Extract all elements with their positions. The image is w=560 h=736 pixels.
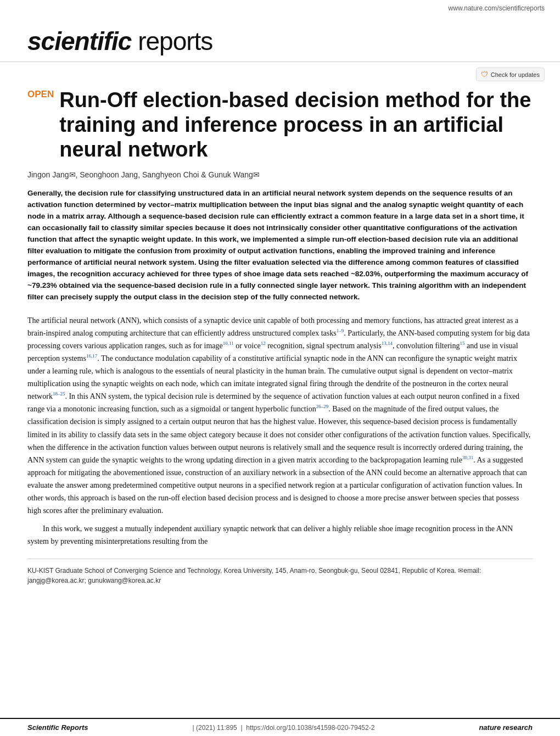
open-access-badge: OPEN <box>27 89 54 100</box>
content-area: OPEN Run-Off election-based decision met… <box>0 83 560 596</box>
check-updates-section: 🛡 Check for updates <box>0 62 560 83</box>
title-section: OPEN Run-Off election-based decision met… <box>27 83 533 170</box>
check-updates-label: Check for updates <box>491 71 540 78</box>
logo-reports: reports <box>138 27 212 55</box>
body-paragraph-2: In this work, we suggest a mutually inde… <box>27 522 533 548</box>
affiliation-text: KU-KIST Graduate School of Converging Sc… <box>27 567 481 584</box>
shield-icon: 🛡 <box>481 70 488 79</box>
footer-journal-name: Scientific Reports <box>27 723 88 732</box>
article-title: Run-Off election-based decision method f… <box>59 88 533 161</box>
abstract: Generally, the decision rule for classif… <box>27 188 533 303</box>
affiliation: KU-KIST Graduate School of Converging Sc… <box>27 559 533 586</box>
footer-center: | (2021) 11:895 | https://doi.org/10.103… <box>193 724 375 732</box>
top-bar: www.nature.com/scientificreports <box>0 0 560 14</box>
authors-line: Jingon Jang✉, Seonghoon Jang, Sanghyeon … <box>27 170 533 179</box>
website-url: www.nature.com/scientificreports <box>449 4 545 12</box>
logo-scientific: scientific <box>27 27 131 55</box>
body-paragraph-1: The artificial neural network (ANN), whi… <box>27 314 533 517</box>
footer-bar: Scientific Reports | (2021) 11:895 | htt… <box>0 718 560 736</box>
footer-doi: https://doi.org/10.1038/s41598-020-79452… <box>246 724 374 732</box>
header-logo: scientific reports <box>0 14 560 62</box>
footer-publisher: nature research <box>479 723 533 732</box>
footer-left: Scientific Reports <box>27 723 88 732</box>
check-updates-badge: 🛡 Check for updates <box>476 68 545 81</box>
authors-text: Jingon Jang✉, Seonghoon Jang, Sanghyeon … <box>27 170 260 179</box>
logo: scientific reports <box>27 27 212 55</box>
footer-year-volume: (2021) 11:895 <box>196 724 237 732</box>
abstract-text: Generally, the decision rule for classif… <box>27 188 533 303</box>
footer-right: nature research <box>479 723 533 732</box>
